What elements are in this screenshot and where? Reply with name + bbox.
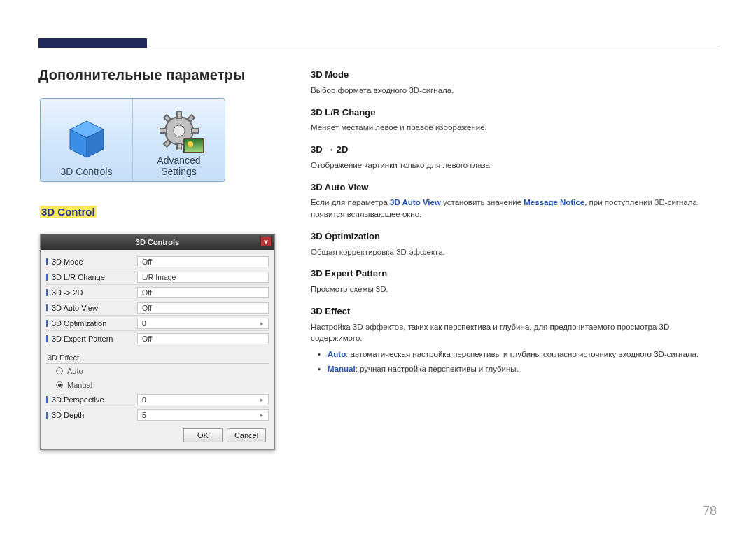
svg-rect-7 <box>192 129 199 133</box>
row-3d-optimization[interactable]: 3D Optimization 0 ▸ <box>46 316 269 331</box>
page-number: 78 <box>703 504 717 519</box>
slider-value: 0 <box>142 319 146 328</box>
radio-label: Manual <box>67 381 92 389</box>
ok-button[interactable]: OK <box>183 428 223 442</box>
row-label: 3D L/R Change <box>46 273 137 281</box>
para-3d-auto-view: Если для параметра 3D Auto View установи… <box>311 197 714 220</box>
heading-3d-effect: 3D Effect <box>311 305 714 318</box>
svg-rect-9 <box>188 115 195 122</box>
row-label: 3D -> 2D <box>46 288 137 297</box>
text-blue: 3D Auto View <box>390 198 441 206</box>
dialog-titlebar: 3D Controls x <box>41 234 274 250</box>
row-value[interactable]: L/R Image <box>137 272 269 283</box>
heading-3d-lr-change: 3D L/R Change <box>311 106 714 120</box>
row-value[interactable]: Off <box>137 287 269 298</box>
row-label: 3D Auto View <box>46 304 137 312</box>
text-blue: Message Notice <box>524 198 584 206</box>
dialog-buttons: OK Cancel <box>46 423 269 442</box>
row-label: 3D Optimization <box>46 319 137 328</box>
row-value[interactable]: Off <box>137 302 269 314</box>
svg-point-12 <box>174 125 185 136</box>
text-blue: Manual <box>328 365 356 373</box>
page-title: Дополнительные параметры <box>38 67 245 83</box>
row-3d-auto-view[interactable]: 3D Auto View Off <box>46 300 269 316</box>
photo-icon <box>183 138 204 153</box>
svg-rect-8 <box>164 115 171 122</box>
icons-card-left: 3D Controls <box>41 99 132 181</box>
text-span: установить значение <box>441 198 524 206</box>
svg-rect-6 <box>160 129 167 133</box>
cube-icon <box>64 117 109 162</box>
close-icon[interactable]: x <box>260 237 272 246</box>
text-span: Если для параметра <box>311 198 390 206</box>
chevron-right-icon[interactable]: ▸ <box>260 412 264 419</box>
icons-card-image: 3D Controls Advanced Settings <box>40 98 225 182</box>
row-value-slider[interactable]: 0 ▸ <box>137 318 269 329</box>
right-text-column: 3D Mode Выбор формата входного 3D-сигнал… <box>311 69 714 377</box>
row-label: 3D Depth <box>46 411 137 419</box>
row-3d-depth[interactable]: 3D Depth 5 ▸ <box>46 407 269 423</box>
row-label: 3D Perspective <box>46 395 137 404</box>
icons-card-right-label-2: Settings <box>161 166 197 177</box>
row-3d-lr-change[interactable]: 3D L/R Change L/R Image <box>46 269 269 285</box>
para-3d-expert-pattern: Просмотр схемы 3D. <box>311 283 714 295</box>
chevron-right-icon[interactable]: ▸ <box>260 396 264 403</box>
row-3d-mode[interactable]: 3D Mode Off <box>46 254 269 269</box>
svg-rect-4 <box>177 111 181 118</box>
row-value[interactable]: Off <box>137 256 269 267</box>
radio-manual[interactable]: Manual <box>46 378 269 392</box>
list-3d-effect: Auto: автоматическая настройка перспекти… <box>311 349 714 374</box>
dialog-body: 3D Mode Off 3D L/R Change L/R Image 3D -… <box>41 250 274 449</box>
icons-card-right: Advanced Settings <box>132 99 225 181</box>
row-value[interactable]: Off <box>137 333 269 344</box>
row-3d-expert-pattern[interactable]: 3D Expert Pattern Off <box>46 331 269 346</box>
row-label: 3D Expert Pattern <box>46 335 137 343</box>
para-3d-effect: Настройка 3D-эффектов, таких как перспек… <box>311 321 714 344</box>
icons-card-left-label: 3D Controls <box>61 166 113 177</box>
list-item: Auto: автоматическая настройка перспекти… <box>311 349 714 360</box>
text-span: : ручная настройка перспективы и глубины… <box>356 365 519 373</box>
chevron-right-icon[interactable]: ▸ <box>260 320 264 327</box>
row-value-slider[interactable]: 0 ▸ <box>137 394 269 405</box>
heading-3d-expert-pattern: 3D Expert Pattern <box>311 267 714 281</box>
radio-icon[interactable] <box>56 367 63 374</box>
text-blue: Auto <box>328 350 346 358</box>
cancel-button[interactable]: Cancel <box>227 428 266 442</box>
text-span: : автоматическая настройка перспективы и… <box>346 350 699 358</box>
para-3d-to-2d: Отображение картинки только для левого г… <box>311 160 714 171</box>
para-3d-optimization: Общая корректировка 3D-эффекта. <box>311 246 714 258</box>
header-accent-bar <box>38 38 147 48</box>
radio-auto[interactable]: Auto <box>46 364 269 378</box>
radio-icon[interactable] <box>56 381 63 388</box>
icons-card-right-label-1: Advanced <box>157 155 200 166</box>
row-value-slider[interactable]: 5 ▸ <box>137 409 269 421</box>
list-item: Manual: ручная настройка перспективы и г… <box>311 363 714 375</box>
header-rule <box>38 48 718 48</box>
heading-3d-optimization: 3D Optimization <box>311 230 714 244</box>
subhead-3d-control: 3D Control <box>40 206 97 218</box>
dialog-3d-controls: 3D Controls x 3D Mode Off 3D L/R Change … <box>40 234 275 450</box>
row-3d-to-2d[interactable]: 3D -> 2D Off <box>46 285 269 300</box>
para-3d-lr-change: Меняет местами левое и правое изображени… <box>311 122 714 134</box>
row-3d-perspective[interactable]: 3D Perspective 0 ▸ <box>46 392 269 407</box>
section-3d-effect: 3D Effect <box>46 351 269 364</box>
heading-3d-auto-view: 3D Auto View <box>311 181 714 195</box>
gear-icon <box>160 111 199 150</box>
svg-rect-10 <box>164 140 171 147</box>
slider-value: 5 <box>142 411 146 419</box>
heading-3d-mode: 3D Mode <box>311 69 714 82</box>
para-3d-mode: Выбор формата входного 3D-сигнала. <box>311 85 714 97</box>
slider-value: 0 <box>142 395 146 404</box>
row-label: 3D Mode <box>46 258 137 266</box>
radio-label: Auto <box>67 367 83 375</box>
dialog-title: 3D Controls <box>136 238 179 246</box>
heading-3d-to-2d: 3D → 2D <box>311 143 714 157</box>
svg-rect-5 <box>177 143 181 150</box>
